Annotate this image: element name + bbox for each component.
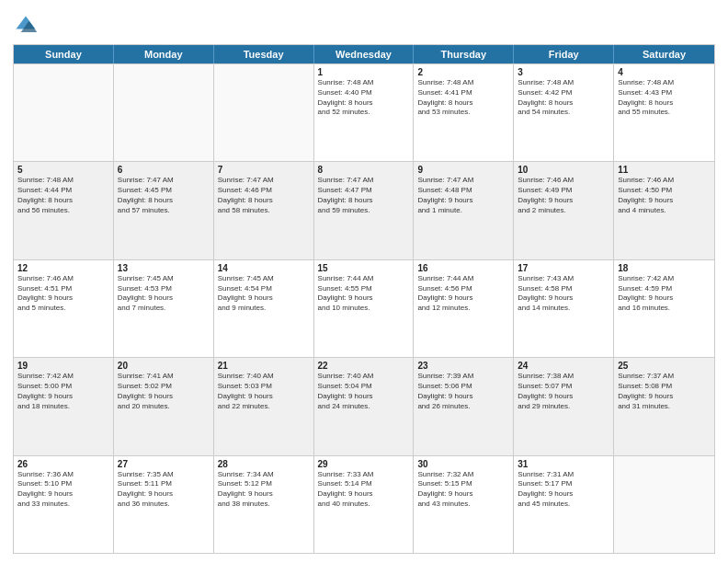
calendar-day-header: Tuesday <box>214 45 314 63</box>
day-info: Sunrise: 7:48 AM Sunset: 4:43 PM Dayligh… <box>618 78 711 118</box>
day-info: Sunrise: 7:43 AM Sunset: 4:58 PM Dayligh… <box>518 274 609 314</box>
day-info: Sunrise: 7:47 AM Sunset: 4:45 PM Dayligh… <box>118 176 210 215</box>
day-number: 21 <box>218 361 310 371</box>
calendar-day-header: Saturday <box>614 45 714 63</box>
day-number: 28 <box>218 459 310 469</box>
calendar-body: 1Sunrise: 7:48 AM Sunset: 4:40 PM Daylig… <box>14 63 714 553</box>
calendar-cell: 31Sunrise: 7:31 AM Sunset: 5:17 PM Dayli… <box>514 456 614 553</box>
calendar-cell: 8Sunrise: 7:47 AM Sunset: 4:47 PM Daylig… <box>314 162 415 259</box>
day-info: Sunrise: 7:48 AM Sunset: 4:41 PM Dayligh… <box>417 78 509 118</box>
day-number: 9 <box>417 165 509 175</box>
day-number: 30 <box>417 459 509 469</box>
calendar-cell: 15Sunrise: 7:44 AM Sunset: 4:55 PM Dayli… <box>314 260 415 357</box>
calendar-week-row: 19Sunrise: 7:42 AM Sunset: 5:00 PM Dayli… <box>14 357 714 454</box>
day-number: 25 <box>618 361 711 371</box>
calendar-cell: 12Sunrise: 7:46 AM Sunset: 4:51 PM Dayli… <box>14 260 114 357</box>
calendar-cell: 23Sunrise: 7:39 AM Sunset: 5:06 PM Dayli… <box>414 358 514 454</box>
calendar-header-row: SundayMondayTuesdayWednesdayThursdayFrid… <box>14 45 714 63</box>
day-info: Sunrise: 7:47 AM Sunset: 4:47 PM Dayligh… <box>318 176 410 215</box>
day-info: Sunrise: 7:44 AM Sunset: 4:55 PM Dayligh… <box>318 274 410 314</box>
day-info: Sunrise: 7:45 AM Sunset: 4:54 PM Dayligh… <box>218 274 310 314</box>
day-info: Sunrise: 7:47 AM Sunset: 4:46 PM Dayligh… <box>218 176 310 215</box>
day-number: 5 <box>17 165 109 175</box>
day-info: Sunrise: 7:42 AM Sunset: 5:00 PM Dayligh… <box>17 372 109 411</box>
calendar-cell: 3Sunrise: 7:48 AM Sunset: 4:42 PM Daylig… <box>514 64 614 161</box>
calendar-day-header: Thursday <box>414 45 514 63</box>
calendar-cell <box>114 64 214 161</box>
calendar-cell: 25Sunrise: 7:37 AM Sunset: 5:08 PM Dayli… <box>614 358 714 454</box>
day-info: Sunrise: 7:37 AM Sunset: 5:08 PM Dayligh… <box>618 372 711 411</box>
day-number: 1 <box>318 67 410 77</box>
day-number: 29 <box>318 459 410 469</box>
day-info: Sunrise: 7:31 AM Sunset: 5:17 PM Dayligh… <box>518 470 609 510</box>
calendar-cell: 27Sunrise: 7:35 AM Sunset: 5:11 PM Dayli… <box>114 456 214 553</box>
day-info: Sunrise: 7:44 AM Sunset: 4:56 PM Dayligh… <box>417 274 509 314</box>
calendar-cell <box>614 456 714 553</box>
day-number: 20 <box>118 361 210 371</box>
day-number: 18 <box>618 263 711 273</box>
calendar-cell <box>14 64 114 161</box>
calendar-cell: 21Sunrise: 7:40 AM Sunset: 5:03 PM Dayli… <box>214 358 314 454</box>
calendar-cell: 17Sunrise: 7:43 AM Sunset: 4:58 PM Dayli… <box>514 260 614 357</box>
day-info: Sunrise: 7:39 AM Sunset: 5:06 PM Dayligh… <box>417 372 509 411</box>
calendar-cell: 30Sunrise: 7:32 AM Sunset: 5:15 PM Dayli… <box>414 456 514 553</box>
day-number: 17 <box>518 263 609 273</box>
day-number: 4 <box>618 67 711 77</box>
day-info: Sunrise: 7:42 AM Sunset: 4:59 PM Dayligh… <box>618 274 711 314</box>
calendar-cell: 26Sunrise: 7:36 AM Sunset: 5:10 PM Dayli… <box>14 456 114 553</box>
calendar: SundayMondayTuesdayWednesdayThursdayFrid… <box>13 44 715 554</box>
day-info: Sunrise: 7:48 AM Sunset: 4:44 PM Dayligh… <box>17 176 109 215</box>
calendar-cell <box>214 64 314 161</box>
day-number: 8 <box>318 165 410 175</box>
day-number: 22 <box>318 361 410 371</box>
day-number: 15 <box>318 263 410 273</box>
calendar-cell: 5Sunrise: 7:48 AM Sunset: 4:44 PM Daylig… <box>14 162 114 259</box>
day-number: 27 <box>118 459 210 469</box>
calendar-cell: 28Sunrise: 7:34 AM Sunset: 5:12 PM Dayli… <box>214 456 314 553</box>
day-number: 3 <box>518 67 609 77</box>
calendar-cell: 13Sunrise: 7:45 AM Sunset: 4:53 PM Dayli… <box>114 260 214 357</box>
day-info: Sunrise: 7:41 AM Sunset: 5:02 PM Dayligh… <box>118 372 210 411</box>
calendar-cell: 1Sunrise: 7:48 AM Sunset: 4:40 PM Daylig… <box>314 64 415 161</box>
calendar-cell: 7Sunrise: 7:47 AM Sunset: 4:46 PM Daylig… <box>214 162 314 259</box>
logo-icon <box>13 13 39 39</box>
day-info: Sunrise: 7:48 AM Sunset: 4:42 PM Dayligh… <box>518 78 609 118</box>
calendar-cell: 18Sunrise: 7:42 AM Sunset: 4:59 PM Dayli… <box>614 260 714 357</box>
calendar-cell: 14Sunrise: 7:45 AM Sunset: 4:54 PM Dayli… <box>214 260 314 357</box>
day-info: Sunrise: 7:36 AM Sunset: 5:10 PM Dayligh… <box>17 470 109 510</box>
day-number: 26 <box>17 459 109 469</box>
calendar-day-header: Monday <box>114 45 214 63</box>
header <box>13 9 715 39</box>
calendar-cell: 24Sunrise: 7:38 AM Sunset: 5:07 PM Dayli… <box>514 358 614 454</box>
calendar-cell: 16Sunrise: 7:44 AM Sunset: 4:56 PM Dayli… <box>414 260 514 357</box>
day-number: 14 <box>218 263 310 273</box>
day-number: 13 <box>118 263 210 273</box>
day-number: 7 <box>218 165 310 175</box>
day-info: Sunrise: 7:33 AM Sunset: 5:14 PM Dayligh… <box>318 470 410 510</box>
page: SundayMondayTuesdayWednesdayThursdayFrid… <box>0 0 728 563</box>
day-info: Sunrise: 7:48 AM Sunset: 4:40 PM Dayligh… <box>318 78 410 118</box>
day-number: 31 <box>518 459 609 469</box>
calendar-cell: 4Sunrise: 7:48 AM Sunset: 4:43 PM Daylig… <box>614 64 714 161</box>
day-number: 10 <box>518 165 609 175</box>
calendar-cell: 19Sunrise: 7:42 AM Sunset: 5:00 PM Dayli… <box>14 358 114 454</box>
day-number: 23 <box>417 361 509 371</box>
day-info: Sunrise: 7:46 AM Sunset: 4:50 PM Dayligh… <box>618 176 711 215</box>
calendar-week-row: 1Sunrise: 7:48 AM Sunset: 4:40 PM Daylig… <box>14 63 714 161</box>
day-info: Sunrise: 7:45 AM Sunset: 4:53 PM Dayligh… <box>118 274 210 314</box>
day-number: 6 <box>118 165 210 175</box>
day-number: 19 <box>17 361 109 371</box>
calendar-day-header: Sunday <box>14 45 114 63</box>
calendar-cell: 20Sunrise: 7:41 AM Sunset: 5:02 PM Dayli… <box>114 358 214 454</box>
day-info: Sunrise: 7:35 AM Sunset: 5:11 PM Dayligh… <box>118 470 210 510</box>
calendar-cell: 11Sunrise: 7:46 AM Sunset: 4:50 PM Dayli… <box>614 162 714 259</box>
calendar-week-row: 12Sunrise: 7:46 AM Sunset: 4:51 PM Dayli… <box>14 259 714 357</box>
calendar-cell: 22Sunrise: 7:40 AM Sunset: 5:04 PM Dayli… <box>314 358 415 454</box>
day-info: Sunrise: 7:46 AM Sunset: 4:49 PM Dayligh… <box>518 176 609 215</box>
calendar-cell: 6Sunrise: 7:47 AM Sunset: 4:45 PM Daylig… <box>114 162 214 259</box>
calendar-week-row: 26Sunrise: 7:36 AM Sunset: 5:10 PM Dayli… <box>14 455 714 553</box>
day-number: 12 <box>17 263 109 273</box>
calendar-cell: 2Sunrise: 7:48 AM Sunset: 4:41 PM Daylig… <box>414 64 514 161</box>
day-info: Sunrise: 7:40 AM Sunset: 5:03 PM Dayligh… <box>218 372 310 411</box>
logo <box>13 13 42 39</box>
